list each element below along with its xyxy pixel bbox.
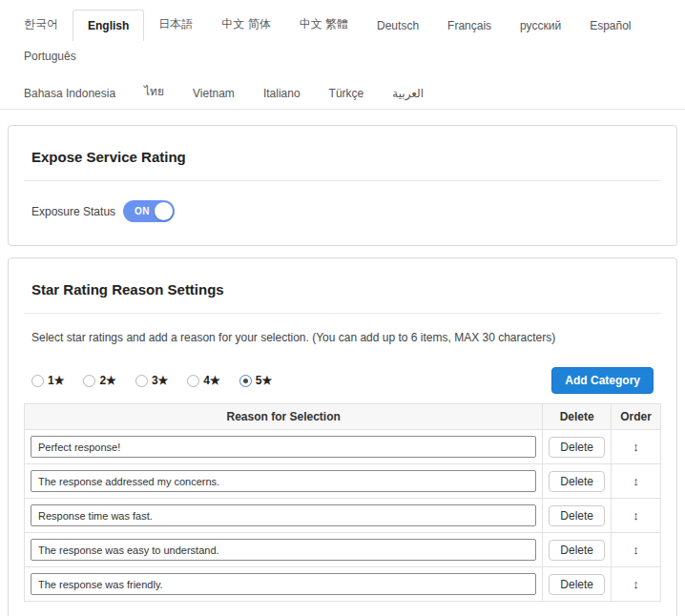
toggle-state-label: ON bbox=[135, 206, 150, 216]
star-rating-label: 4★ bbox=[203, 374, 219, 387]
delete-button[interactable]: Delete bbox=[549, 437, 605, 458]
tab-german[interactable]: Deutsch bbox=[363, 10, 433, 41]
tab-chinese-simplified[interactable]: 中文 简体 bbox=[207, 8, 284, 41]
reason-row: Delete ↕ bbox=[25, 567, 661, 602]
delete-button[interactable]: Delete bbox=[549, 505, 605, 526]
exposure-status-row: Exposure Status ON bbox=[24, 181, 661, 228]
order-drag-handle-icon[interactable]: ↕ bbox=[627, 508, 645, 523]
reason-panel-title: Star Rating Reason Settings bbox=[24, 274, 661, 298]
language-tabs-row-2: Bahasa Indonesia ไทย Vietnam Italiano Tü… bbox=[10, 73, 675, 109]
star-rating-label: 2★ bbox=[99, 374, 115, 387]
reason-input[interactable] bbox=[31, 504, 536, 526]
tab-english[interactable]: English bbox=[73, 10, 144, 41]
tab-french[interactable]: Français bbox=[433, 10, 506, 41]
tab-turkish[interactable]: Türkçe bbox=[315, 78, 379, 109]
star-rating-radio-2[interactable]: 2★ bbox=[83, 374, 115, 387]
expose-panel-title: Expose Service Rating bbox=[24, 141, 661, 165]
expose-service-rating-panel: Expose Service Rating Exposure Status ON bbox=[8, 125, 677, 246]
order-drag-handle-icon[interactable]: ↕ bbox=[627, 474, 645, 488]
order-drag-handle-icon[interactable]: ↕ bbox=[627, 543, 645, 557]
language-tabs-row-1: 한국어 English 日本語 中文 简体 中文 繁體 Deutsch Fran… bbox=[10, 8, 675, 72]
tab-russian[interactable]: русский bbox=[506, 10, 575, 41]
reason-row: Delete ↕ bbox=[25, 533, 661, 567]
radio-icon bbox=[187, 375, 199, 387]
star-rating-radio-1[interactable]: 1★ bbox=[31, 374, 64, 387]
toggle-knob-icon bbox=[155, 202, 173, 220]
tab-chinese-traditional[interactable]: 中文 繁體 bbox=[285, 8, 363, 41]
column-header-order: Order bbox=[612, 404, 661, 430]
tab-thai[interactable]: ไทย bbox=[130, 73, 178, 109]
exposure-status-toggle[interactable]: ON bbox=[123, 200, 175, 222]
star-rating-radio-5[interactable]: 5★ bbox=[239, 374, 272, 387]
star-rating-label: 3★ bbox=[152, 374, 168, 387]
reason-input[interactable] bbox=[31, 573, 536, 595]
reason-panel-description: Select star ratings and add a reason for… bbox=[24, 314, 661, 344]
delete-button[interactable]: Delete bbox=[549, 471, 605, 492]
radio-icon bbox=[239, 375, 252, 387]
reason-row: Delete ↕ bbox=[25, 464, 661, 499]
language-tabs: 한국어 English 日本語 中文 简体 中文 繁體 Deutsch Fran… bbox=[0, 0, 685, 110]
reason-input[interactable] bbox=[31, 436, 536, 458]
reason-input[interactable] bbox=[31, 470, 536, 492]
reason-row: Delete ↕ bbox=[25, 499, 661, 533]
radio-icon bbox=[31, 375, 44, 387]
tab-korean[interactable]: 한국어 bbox=[10, 8, 73, 41]
tab-vietnamese[interactable]: Vietnam bbox=[178, 78, 249, 109]
star-rating-radio-4[interactable]: 4★ bbox=[187, 374, 219, 387]
delete-button[interactable]: Delete bbox=[549, 540, 605, 561]
reason-input[interactable] bbox=[31, 539, 536, 561]
star-rating-label: 5★ bbox=[256, 374, 272, 387]
tab-italian[interactable]: Italiano bbox=[249, 78, 315, 109]
star-rating-label: 1★ bbox=[48, 374, 64, 387]
tab-spanish[interactable]: Español bbox=[575, 10, 645, 41]
column-header-delete: Delete bbox=[543, 404, 612, 430]
tab-japanese[interactable]: 日本語 bbox=[144, 8, 207, 41]
order-drag-handle-icon[interactable]: ↕ bbox=[627, 440, 645, 454]
star-rating-radio-group: 1★ 2★ 3★ 4★ 5★ bbox=[31, 374, 272, 387]
reason-table: Reason for Selection Delete Order Delete… bbox=[24, 403, 661, 602]
exposure-status-label: Exposure Status bbox=[31, 205, 115, 218]
tab-portuguese[interactable]: Português bbox=[10, 41, 91, 72]
delete-button[interactable]: Delete bbox=[549, 574, 605, 595]
tab-bahasa-indonesia[interactable]: Bahasa Indonesia bbox=[10, 78, 130, 109]
rating-controls-row: 1★ 2★ 3★ 4★ 5★ Add Categ bbox=[24, 344, 661, 401]
radio-icon bbox=[83, 375, 95, 387]
reason-row: Delete ↕ bbox=[25, 430, 661, 464]
radio-icon bbox=[135, 375, 148, 387]
column-header-reason: Reason for Selection bbox=[25, 404, 543, 430]
star-rating-radio-3[interactable]: 3★ bbox=[135, 374, 168, 387]
add-category-button[interactable]: Add Category bbox=[551, 367, 654, 394]
order-drag-handle-icon[interactable]: ↕ bbox=[627, 577, 645, 591]
tab-arabic[interactable]: العربية bbox=[378, 78, 438, 109]
reason-table-header-row: Reason for Selection Delete Order bbox=[25, 404, 661, 430]
star-rating-reason-panel: Star Rating Reason Settings Select star … bbox=[8, 257, 677, 616]
